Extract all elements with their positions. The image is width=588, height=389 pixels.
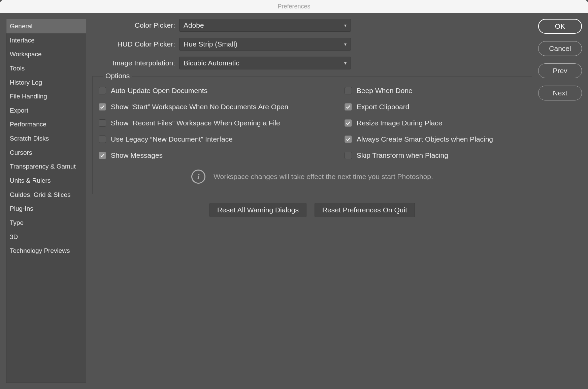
checkbox[interactable] — [99, 152, 106, 159]
option-skip-transform-when-placing: Skip Transform when Placing — [345, 151, 526, 159]
sidebar-item-performance[interactable]: Performance — [6, 117, 86, 131]
option-auto-update-open-documents: Auto-Update Open Documents — [99, 87, 334, 95]
option-show-messages: Show Messages — [99, 151, 334, 159]
sidebar-item-plug-ins[interactable]: Plug-Ins — [6, 202, 86, 216]
reset-on-quit-button[interactable]: Reset Preferences On Quit — [315, 203, 415, 217]
checkbox[interactable] — [345, 136, 352, 143]
info-text: Workspace changes will take effect the n… — [214, 173, 433, 181]
window-titlebar: Preferences — [0, 0, 588, 13]
option-show-recent-files-workspace-when-opening-a-file: Show “Recent Files” Workspace When Openi… — [99, 119, 334, 127]
content-area: GeneralInterfaceWorkspaceToolsHistory Lo… — [0, 13, 588, 389]
color-picker-row: Color Picker: Adobe ▾ — [92, 19, 532, 32]
checkbox[interactable] — [99, 119, 106, 127]
checkbox[interactable] — [345, 103, 352, 111]
image-interpolation-select[interactable]: Bicubic Automatic ▾ — [179, 57, 351, 69]
image-interpolation-row: Image Interpolation: Bicubic Automatic ▾ — [92, 57, 532, 69]
hud-color-picker-select[interactable]: Hue Strip (Small) ▾ — [179, 38, 351, 51]
sidebar-item-workspace[interactable]: Workspace — [6, 47, 86, 61]
checkbox[interactable] — [99, 103, 106, 111]
reset-row: Reset All Warning Dialogs Reset Preferen… — [92, 203, 532, 217]
checkbox-label: Export Clipboard — [357, 103, 409, 111]
checkbox[interactable] — [345, 87, 352, 94]
sidebar-item-label: Cursors — [10, 149, 32, 156]
option-always-create-smart-objects-when-placing: Always Create Smart Objects when Placing — [345, 135, 526, 143]
checkbox-label: Show Messages — [111, 151, 163, 159]
color-picker-label: Color Picker: — [92, 21, 179, 29]
sidebar-item-label: Units & Rulers — [10, 177, 51, 184]
sidebar-item-label: Transparency & Gamut — [10, 163, 76, 170]
checkbox-label: Resize Image During Place — [357, 119, 442, 127]
prev-button[interactable]: Prev — [538, 63, 582, 78]
checkbox[interactable] — [345, 119, 352, 127]
option-use-legacy-new-document-interface: Use Legacy “New Document” Interface — [99, 135, 334, 143]
cancel-button[interactable]: Cancel — [538, 41, 582, 56]
checkbox-label: Beep When Done — [357, 87, 413, 95]
sidebar-item-type[interactable]: Type — [6, 216, 86, 230]
checkbox-label: Auto-Update Open Documents — [111, 87, 207, 95]
window-title: Preferences — [277, 3, 310, 10]
chevron-down-icon: ▾ — [344, 23, 347, 28]
sidebar-item-general[interactable]: General — [6, 19, 86, 33]
options-column-right: Beep When DoneExport ClipboardResize Ima… — [345, 87, 526, 159]
checkbox[interactable] — [99, 87, 106, 94]
hud-color-picker-label: HUD Color Picker: — [92, 40, 179, 48]
action-button-column: OK Cancel Prev Next — [538, 19, 582, 383]
sidebar-item-label: File Handling — [10, 93, 47, 100]
sidebar-item-label: Workspace — [10, 51, 42, 58]
sidebar-item-file-handling[interactable]: File Handling — [6, 89, 86, 103]
next-button[interactable]: Next — [538, 86, 582, 100]
sidebar-item-history-log[interactable]: History Log — [6, 76, 86, 90]
sidebar-item-guides-grid-slices[interactable]: Guides, Grid & Slices — [6, 188, 86, 202]
options-legend: Options — [103, 72, 132, 80]
checkbox[interactable] — [345, 152, 352, 159]
check-icon — [100, 153, 105, 158]
options-fieldset: Options Auto-Update Open DocumentsShow “… — [92, 76, 532, 194]
sidebar-item-label: Interface — [10, 37, 35, 44]
color-picker-select[interactable]: Adobe ▾ — [179, 19, 351, 32]
check-icon — [346, 120, 351, 126]
check-icon — [346, 104, 351, 110]
sidebar-item-label: Export — [10, 107, 28, 114]
color-picker-value: Adobe — [184, 21, 204, 29]
reset-warnings-button[interactable]: Reset All Warning Dialogs — [209, 203, 306, 217]
check-icon — [346, 137, 351, 142]
sidebar-item-label: Performance — [10, 121, 46, 128]
checkbox-label: Use Legacy “New Document” Interface — [111, 135, 233, 143]
sidebar-item-scratch-disks[interactable]: Scratch Disks — [6, 131, 86, 146]
option-export-clipboard: Export Clipboard — [345, 103, 526, 111]
option-show-start-workspace-when-no-documents-are-open: Show “Start” Workspace When No Documents… — [99, 103, 334, 111]
chevron-down-icon: ▾ — [344, 41, 347, 47]
hud-color-picker-value: Hue Strip (Small) — [184, 40, 237, 48]
sidebar-item-tools[interactable]: Tools — [6, 61, 86, 76]
sidebar-item-label: Technology Previews — [10, 247, 70, 254]
option-beep-when-done: Beep When Done — [345, 87, 526, 95]
hud-color-picker-row: HUD Color Picker: Hue Strip (Small) ▾ — [92, 38, 532, 51]
sidebar-item-export[interactable]: Export — [6, 103, 86, 118]
image-interpolation-value: Bicubic Automatic — [184, 59, 239, 67]
checkbox-label: Show “Recent Files” Workspace When Openi… — [111, 119, 280, 127]
sidebar-item-units-rulers[interactable]: Units & Rulers — [6, 174, 86, 188]
sidebar-item-3d[interactable]: 3D — [6, 230, 86, 244]
ok-button[interactable]: OK — [538, 19, 582, 34]
sidebar-item-transparency-gamut[interactable]: Transparency & Gamut — [6, 159, 86, 174]
sidebar-item-cursors[interactable]: Cursors — [6, 146, 86, 160]
sidebar-item-interface[interactable]: Interface — [6, 33, 86, 48]
sidebar-item-label: Scratch Disks — [10, 135, 49, 142]
checkbox-label: Skip Transform when Placing — [357, 151, 448, 159]
options-grid: Auto-Update Open DocumentsShow “Start” W… — [99, 87, 526, 159]
info-icon: i — [191, 170, 205, 184]
sidebar-item-technology-previews[interactable]: Technology Previews — [6, 244, 86, 258]
checkbox-label: Always Create Smart Objects when Placing — [357, 135, 493, 143]
chevron-down-icon: ▾ — [344, 60, 347, 66]
options-column-left: Auto-Update Open DocumentsShow “Start” W… — [99, 87, 334, 159]
sidebar-item-label: Type — [10, 219, 24, 226]
info-row: i Workspace changes will take effect the… — [99, 170, 526, 184]
checkbox[interactable] — [99, 136, 106, 143]
option-resize-image-during-place: Resize Image During Place — [345, 119, 526, 127]
sidebar-item-label: Plug-Ins — [10, 205, 33, 212]
sidebar-item-label: Tools — [10, 65, 25, 72]
image-interpolation-label: Image Interpolation: — [92, 59, 179, 67]
check-icon — [100, 104, 105, 110]
sidebar-item-label: Guides, Grid & Slices — [10, 191, 71, 198]
checkbox-label: Show “Start” Workspace When No Documents… — [111, 103, 288, 111]
